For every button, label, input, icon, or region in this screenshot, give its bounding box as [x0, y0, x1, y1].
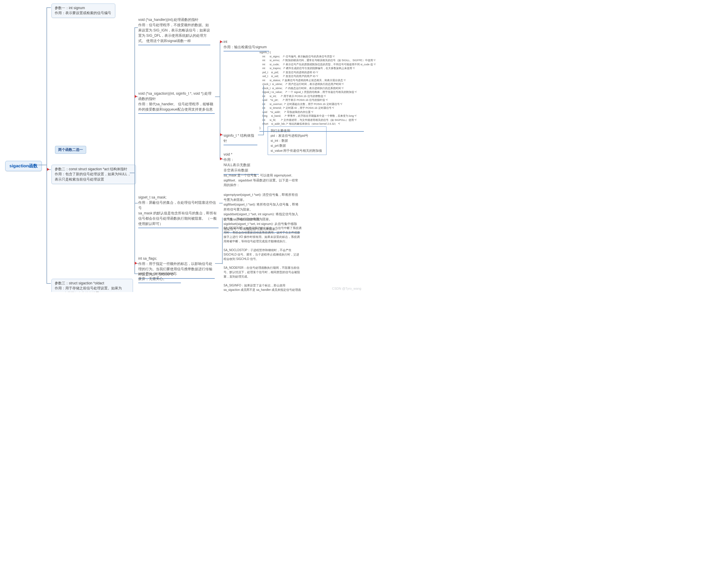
- node-sa-mask[interactable]: sigset_t sa_mask; 作用：屏蔽信号的集合，在处理信号时阻塞这些信…: [138, 195, 218, 228]
- root-node[interactable]: sigaction函数: [5, 161, 42, 171]
- node-siginfo-ptr[interactable]: siginfo_t * 结构体指针: [224, 133, 257, 145]
- node-desc: 作用：用于存储之前信号处理设置。如果为NULL表示不保存之前的设置: [55, 286, 130, 292]
- connector: [263, 85, 264, 135]
- flag-icon: [47, 168, 49, 171]
- node-title: 参数二：const struct sigaction *act 结构体指针: [55, 167, 133, 172]
- node-sa-handler[interactable]: void (*sa_handler)(int);处理函数的指针 作用：信号处理程…: [138, 17, 210, 45]
- connector: [134, 27, 138, 28]
- node-sa-flags-vals[interactable]: 以下是 sa_flags 可能的取值： SA_RESTART：如果设置了这个标志…: [224, 217, 302, 292]
- connector: [134, 273, 138, 274]
- flag-icon: [135, 95, 137, 98]
- node-voidptr[interactable]: void * 作用： NULL表示无数据 非空表示有数据: [224, 152, 259, 175]
- node-param1[interactable]: 参数一：int signum 作用：表示要设置或检索的信号编号: [51, 3, 115, 18]
- node-choice[interactable]: 两个函数二选一: [55, 146, 86, 154]
- watermark: CSDN @Tyro_wang: [332, 287, 361, 290]
- connector: [134, 27, 135, 274]
- node-param2[interactable]: 参数二：const struct sigaction *act 结构体指针 作用…: [51, 165, 136, 184]
- connector: [215, 263, 223, 264]
- node-title: 参数三：struct sigaction *oldact: [55, 281, 130, 286]
- node-desc: 作用：包含了新的信号处理设置，如果为NULL，表示只是检索当前信号处理设置: [55, 172, 133, 182]
- flag-icon: [220, 157, 223, 160]
- connector: [47, 7, 47, 284]
- node-arg-int[interactable]: int 作用：输出检索信号signum: [224, 39, 269, 51]
- flag-icon: [220, 133, 223, 136]
- node-desc: 作用：表示要设置或检索的信号编号: [55, 10, 112, 16]
- node-siginfo-use[interactable]: 我们主要使用: pid：发送信号进程的pid号 si_int：数据 si_prt…: [268, 127, 327, 155]
- connector: [219, 203, 223, 204]
- connector: [38, 165, 47, 165]
- connector: [220, 42, 220, 159]
- flag-icon: [135, 262, 137, 265]
- connector: [47, 283, 51, 284]
- connector: [134, 203, 138, 204]
- node-sa-sigaction[interactable]: void (*sa_sigaction)(int, siginfo_t *, v…: [138, 91, 215, 114]
- flag-icon: [220, 40, 223, 43]
- connector: [222, 218, 223, 264]
- node-title: 参数一：int signum: [55, 6, 112, 10]
- node-siginfo-struct[interactable]: siginfo_t { int si_signo; /* 信号编号, 表示触发信…: [259, 51, 364, 132]
- node-param3[interactable]: 参数三：struct sigaction *oldact 作用：用于存储之前信号…: [51, 279, 133, 292]
- connector: [47, 7, 51, 8]
- connector: [258, 135, 264, 135]
- node-sa-restorer[interactable]: void (*sa_restorer)(void); 废弃，无需关心。: [138, 271, 181, 283]
